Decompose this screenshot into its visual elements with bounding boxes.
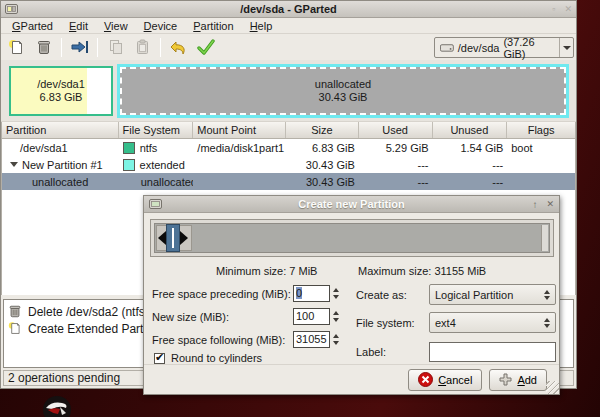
toolbar: /dev/sda (37.26 GiB) — [1, 34, 576, 60]
minimize-icon[interactable]: ▫ — [552, 5, 555, 14]
table-row[interactable]: New Partition #1 extended 30.43 GiB --- … — [2, 156, 575, 173]
col-used[interactable]: Used — [359, 122, 433, 138]
file-system-label: File system: — [356, 317, 415, 329]
desktop-logo — [36, 393, 78, 417]
round-to-cylinders-checkbox[interactable]: Round to cylinders — [154, 352, 262, 364]
col-size[interactable]: Size — [286, 122, 359, 138]
extended-color-swatch — [123, 159, 135, 171]
new-size-spinner[interactable]: 100 — [293, 308, 341, 325]
free-space-following-label: Free space following (MiB): — [152, 334, 285, 346]
dialog-title: Create new Partition — [144, 198, 559, 210]
desktop: /dev/sda - GParted ▫ ✕ GParted Edit View… — [0, 0, 600, 417]
minimum-size-label: Minimum size: 7 MiB — [216, 265, 317, 277]
new-partition-button[interactable] — [4, 36, 29, 58]
resize-move-icon — [71, 40, 89, 54]
cancel-icon — [418, 372, 433, 387]
partition-size-slider — [150, 219, 554, 257]
label-label: Label: — [356, 346, 386, 358]
checkbox-icon[interactable] — [154, 353, 165, 364]
device-name: /dev/sda — [458, 42, 500, 54]
menu-device[interactable]: Device — [136, 19, 186, 33]
menu-partition[interactable]: Partition — [185, 19, 241, 33]
free-space-preceding-label: Free space preceding (MiB): — [152, 288, 291, 300]
table-row[interactable]: /dev/sda1 ntfs /media/disk1part1 6.83 Gi… — [2, 139, 575, 156]
maximum-size-label: Maximum size: 31155 MiB — [358, 265, 486, 277]
table-row-selected[interactable]: unallocated unallocated 30.43 GiB --- --… — [2, 173, 575, 190]
dialog-icon — [149, 198, 162, 210]
table-header: Partition File System Mount Point Size U… — [2, 122, 575, 139]
toolbar-separator — [61, 38, 62, 57]
paste-button[interactable] — [130, 36, 155, 58]
plus-icon — [499, 373, 512, 386]
partition-visual: /dev/sda1 6.83 GiB unallocated 30.43 GiB — [1, 60, 576, 122]
add-button[interactable]: Add — [489, 369, 547, 391]
label-input[interactable] — [429, 342, 556, 362]
chevron-down-icon[interactable] — [559, 38, 573, 57]
col-unused[interactable]: Unused — [433, 122, 508, 138]
new-document-icon — [8, 321, 22, 336]
dialog-button-bar: Cancel Add — [144, 364, 559, 394]
resize-handle[interactable] — [158, 224, 190, 252]
window-title: /dev/sda - GParted — [1, 3, 576, 15]
toolbar-separator — [97, 38, 98, 57]
resize-grip-bar[interactable] — [166, 224, 180, 252]
ntfs-color-swatch — [123, 142, 135, 154]
file-system-dropdown[interactable]: ext4 — [429, 312, 556, 333]
new-document-icon — [8, 39, 25, 56]
resize-move-button[interactable] — [67, 36, 92, 58]
create-as-dropdown[interactable]: Logical Partition — [429, 284, 556, 305]
resize-right-arrow-icon[interactable] — [180, 231, 188, 245]
menubar: GParted Edit View Device Partition Help — [1, 18, 576, 34]
resize-left-arrow-icon[interactable] — [158, 231, 166, 245]
spinner-buttons[interactable] — [330, 308, 341, 325]
spinner-buttons[interactable] — [330, 285, 341, 302]
copy-icon — [108, 39, 124, 55]
dialog-close-icon[interactable]: ✕ — [546, 200, 554, 209]
paste-icon — [135, 39, 150, 55]
toolbar-separator — [160, 38, 161, 57]
checkmark-icon — [197, 39, 215, 55]
col-flags[interactable]: Flags — [507, 122, 575, 138]
expander-icon[interactable] — [10, 162, 18, 167]
menu-view[interactable]: View — [96, 19, 136, 33]
dialog-body: Minimum size: 7 MiB Maximum size: 31155 … — [144, 213, 559, 394]
harddisk-icon — [440, 42, 454, 53]
delete-partition-button[interactable] — [31, 36, 56, 58]
undo-icon — [170, 40, 187, 55]
free-space-following-spinner[interactable]: 31055 — [293, 331, 341, 348]
cancel-button[interactable]: Cancel — [408, 369, 482, 391]
spinner-buttons[interactable] — [330, 331, 341, 348]
trash-icon — [36, 39, 52, 56]
visual-block-unallocated-selected[interactable]: unallocated 30.43 GiB — [117, 64, 569, 118]
close-icon[interactable]: ✕ — [564, 5, 572, 14]
create-as-label: Create as: — [356, 289, 407, 301]
resize-grip[interactable] — [546, 381, 559, 394]
trash-icon — [8, 304, 22, 319]
col-partition[interactable]: Partition — [2, 122, 119, 138]
device-selector[interactable]: /dev/sda (37.26 GiB) — [434, 37, 574, 58]
shade-icon[interactable]: ↑ — [532, 200, 537, 209]
col-mountpoint[interactable]: Mount Point — [193, 122, 286, 138]
menu-gparted[interactable]: GParted — [4, 19, 61, 33]
col-filesystem[interactable]: File System — [119, 122, 194, 138]
visual-block-sda1[interactable]: /dev/sda1 6.83 GiB — [9, 66, 113, 116]
free-space-preceding-spinner[interactable]: 0 — [293, 285, 341, 302]
dialog-titlebar[interactable]: Create new Partition ↑ ✕ — [144, 196, 559, 213]
combo-arrows-icon — [544, 318, 550, 328]
main-titlebar[interactable]: /dev/sda - GParted ▫ ✕ — [1, 1, 576, 18]
menu-edit[interactable]: Edit — [61, 19, 96, 33]
create-partition-dialog: Create new Partition ↑ ✕ Minimum siz — [143, 195, 560, 395]
new-size-label: New size (MiB): — [152, 311, 229, 323]
apply-button[interactable] — [193, 36, 218, 58]
undo-button[interactable] — [166, 36, 191, 58]
device-size: (37.26 GiB) — [503, 36, 555, 60]
menu-help[interactable]: Help — [242, 19, 281, 33]
combo-arrows-icon — [544, 290, 550, 300]
gparted-app-icon — [5, 3, 18, 15]
status-text: 2 operations pending — [8, 371, 120, 385]
copy-button[interactable] — [103, 36, 128, 58]
